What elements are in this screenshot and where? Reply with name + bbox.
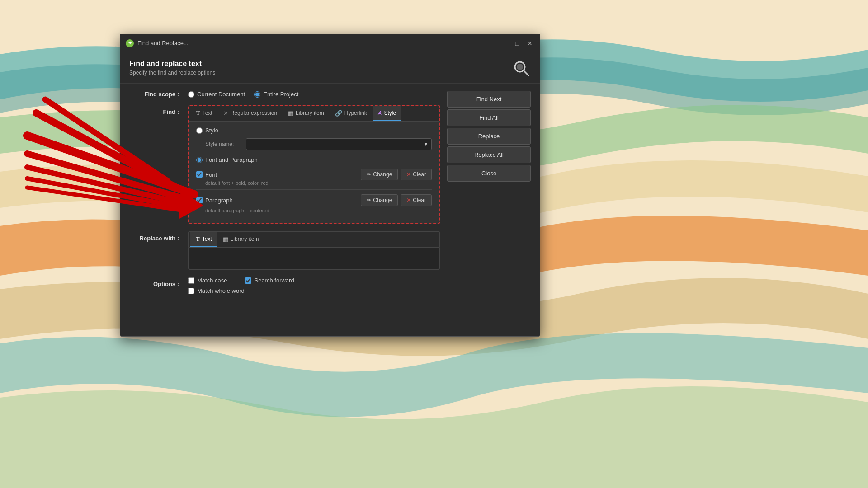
search-forward-option[interactable]: Search forward <box>245 277 294 284</box>
find-scope-row: Find scope : Current Document Entire Pro… <box>129 91 440 98</box>
tab-style[interactable]: A Style <box>373 106 401 121</box>
style-panel-content: Style Style name: ▼ <box>189 122 439 223</box>
close-button[interactable]: ✕ <box>525 39 534 48</box>
library-tab-label: Library item <box>296 110 324 116</box>
replace-label: Replace with : <box>129 231 179 242</box>
dialog-actions: Find Next Find All Replace Replace All C… <box>447 91 531 329</box>
para-pencil-icon: ✏ <box>367 197 371 203</box>
text-tab-label: Text <box>203 110 212 116</box>
replace-row: Replace with : T Text ▦ Library item <box>129 231 440 270</box>
tab-library-item[interactable]: ▦ Library item <box>283 106 330 121</box>
text-tab-icon: T <box>196 109 200 117</box>
replace-tab-bar: T Text ▦ Library item <box>188 231 440 247</box>
dialog-subtitle: Specify the find and replace options <box>129 70 215 76</box>
titlebar-controls: □ ✕ <box>513 39 534 48</box>
find-replace-dialog: ✦ Find and Replace... □ ✕ Find and repla… <box>120 34 540 337</box>
match-case-label: Match case <box>197 277 227 284</box>
find-label: Find : <box>129 105 179 115</box>
match-case-checkbox[interactable] <box>188 277 194 284</box>
style-name-label: Style name: <box>205 141 241 147</box>
tab-text[interactable]: T Text <box>191 106 218 121</box>
para-buttons: ✏ Change ✕ Clear <box>361 194 432 206</box>
hyperlink-tab-icon: 🔗 <box>335 110 342 117</box>
scope-current-label: Current Document <box>197 91 245 98</box>
style-radio-row: Style <box>196 127 432 134</box>
para-section: Paragraph ✏ Change ✕ <box>196 194 432 213</box>
scope-options: Current Document Entire Project <box>188 91 298 98</box>
match-whole-word-label: Match whole word <box>197 287 245 294</box>
header-text: Find and replace text Specify the find a… <box>129 60 215 76</box>
match-whole-word-checkbox[interactable] <box>188 288 194 294</box>
replace-textarea[interactable] <box>189 248 439 269</box>
font-description: default font + bold, color: red <box>196 180 432 190</box>
scope-entire-project[interactable]: Entire Project <box>254 91 298 98</box>
replace-input-area <box>188 247 440 270</box>
regex-tab-icon: ✳ <box>223 110 228 117</box>
options-label: Options : <box>129 277 179 287</box>
font-change-button[interactable]: ✏ Change <box>361 169 398 180</box>
dialog-content: Find scope : Current Document Entire Pro… <box>120 84 540 336</box>
match-case-option[interactable]: Match case <box>188 277 227 284</box>
para-checkbox[interactable] <box>196 197 203 203</box>
style-name-combo: ▼ <box>246 138 432 150</box>
close-button[interactable]: Close <box>447 165 531 182</box>
font-section: Font ✏ Change ✕ <box>196 169 432 190</box>
options-panel: Match case Search forward Match whole wo… <box>188 277 440 294</box>
style-tab-label: Style <box>384 110 396 116</box>
scope-entire-radio[interactable] <box>254 91 260 98</box>
para-checkbox-label[interactable]: Paragraph <box>196 197 233 204</box>
replace-panel: T Text ▦ Library item <box>188 231 440 270</box>
style-radio-option[interactable]: Style <box>196 127 218 134</box>
font-clear-button[interactable]: ✕ Clear <box>401 169 432 180</box>
font-para-radio[interactable] <box>196 157 203 163</box>
para-description: default paragraph + centered <box>196 208 432 213</box>
para-x-icon: ✕ <box>406 197 411 203</box>
scope-current-radio[interactable] <box>188 91 194 98</box>
dialog-title: Find and replace text <box>129 60 215 68</box>
dialog-header: Find and replace text Specify the find a… <box>120 52 540 84</box>
replace-all-button[interactable]: Replace All <box>447 146 531 163</box>
font-para-radio-option[interactable]: Font and Paragraph <box>196 156 258 163</box>
scope-label: Find scope : <box>129 91 179 98</box>
replace-button[interactable]: Replace <box>447 128 531 145</box>
search-forward-label: Search forward <box>254 277 294 284</box>
scope-current-document[interactable]: Current Document <box>188 91 245 98</box>
font-label: Font <box>205 171 217 178</box>
x-icon: ✕ <box>406 171 411 178</box>
style-name-dropdown[interactable]: ▼ <box>420 138 432 150</box>
app-icon: ✦ <box>126 39 134 47</box>
tab-hyperlink[interactable]: 🔗 Hyperlink <box>330 106 373 121</box>
find-all-button[interactable]: Find All <box>447 109 531 126</box>
font-checkbox[interactable] <box>196 171 203 178</box>
search-icon <box>513 60 531 78</box>
replace-tab-text[interactable]: T Text <box>190 232 217 247</box>
find-next-button[interactable]: Find Next <box>447 91 531 108</box>
dialog-main: Find scope : Current Document Entire Pro… <box>129 91 440 329</box>
para-label: Paragraph <box>205 197 233 204</box>
font-buttons: ✏ Change ✕ Clear <box>361 169 432 180</box>
svg-line-10 <box>524 70 528 75</box>
replace-library-icon: ▦ <box>223 236 228 243</box>
find-panel: T Text ✳ Regular expression ▦ Library it… <box>188 105 440 224</box>
titlebar-title: Find and Replace... <box>137 40 513 47</box>
minimize-button[interactable]: □ <box>513 39 522 48</box>
font-checkbox-label[interactable]: Font <box>196 171 217 178</box>
replace-text-label: Text <box>202 236 212 242</box>
replace-tab-library[interactable]: ▦ Library item <box>217 232 264 247</box>
font-para-radio-row: Font and Paragraph <box>196 156 432 163</box>
style-radio[interactable] <box>196 127 203 134</box>
font-para-radio-label: Font and Paragraph <box>205 156 258 163</box>
pencil-icon: ✏ <box>367 171 371 178</box>
style-name-input[interactable] <box>246 138 420 150</box>
para-clear-button[interactable]: ✕ Clear <box>401 194 432 206</box>
search-forward-checkbox[interactable] <box>245 277 251 284</box>
style-name-row: Style name: ▼ <box>196 138 432 150</box>
library-tab-icon: ▦ <box>288 110 293 117</box>
tab-regex[interactable]: ✳ Regular expression <box>218 106 283 121</box>
options-inline-row2: Match whole word <box>188 287 440 294</box>
style-radio-label: Style <box>205 127 218 134</box>
para-change-button[interactable]: ✏ Change <box>361 194 398 206</box>
replace-text-icon: T <box>196 235 200 243</box>
font-row: Font ✏ Change ✕ <box>196 169 432 180</box>
match-whole-word-option[interactable]: Match whole word <box>188 287 440 294</box>
